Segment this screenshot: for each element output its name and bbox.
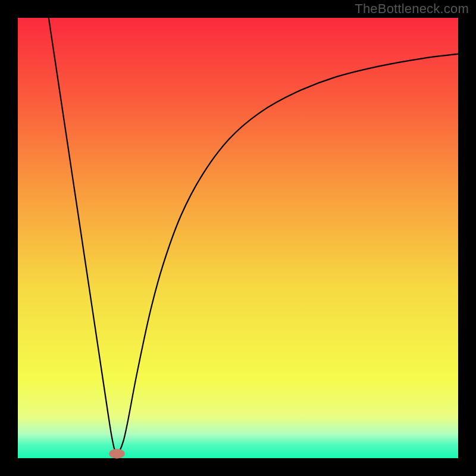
watermark-text: TheBottleneck.com [355, 1, 469, 17]
chart-container: TheBottleneck.com [0, 0, 476, 476]
chart-plot-area [18, 18, 458, 458]
chart-canvas [0, 0, 476, 476]
chart-marker [109, 449, 125, 458]
